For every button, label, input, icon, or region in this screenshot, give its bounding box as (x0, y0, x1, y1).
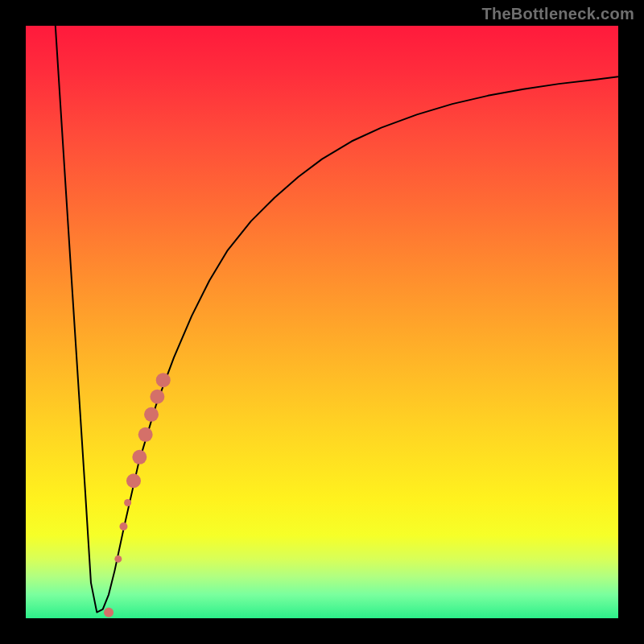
data-marker (144, 407, 159, 422)
chart-frame: TheBottleneck.com (0, 0, 644, 644)
watermark-text: TheBottleneck.com (481, 5, 634, 23)
data-marker (126, 473, 141, 488)
curve-line (56, 26, 618, 613)
plot-area (26, 26, 618, 618)
data-marker (156, 373, 171, 387)
chart-svg (26, 26, 618, 618)
data-marker (119, 522, 127, 530)
data-marker (138, 427, 153, 442)
data-marker (124, 499, 131, 506)
data-marker (104, 608, 114, 617)
bottleneck-curve (56, 26, 618, 613)
data-marker (132, 450, 147, 464)
data-markers (104, 373, 171, 617)
data-marker (114, 555, 122, 563)
data-marker (150, 390, 164, 404)
